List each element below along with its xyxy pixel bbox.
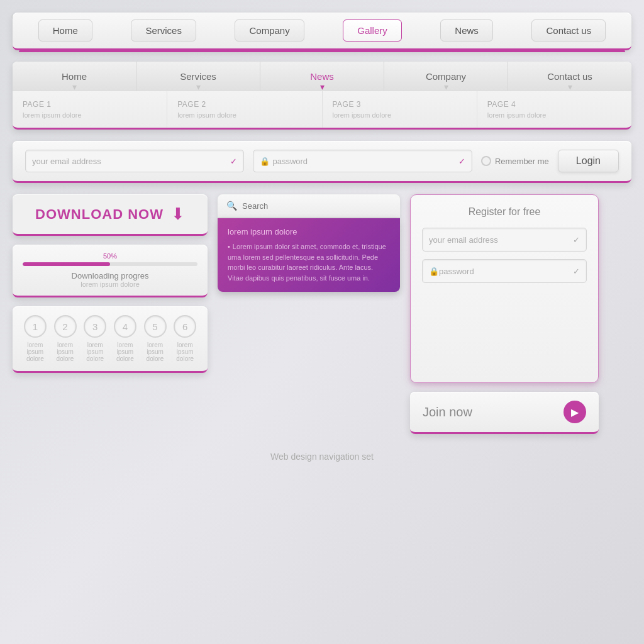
check-icon-2: ✓	[458, 157, 465, 166]
tooltip-box: lorem ipsum dolore •Lorem ipsum dolor si…	[218, 218, 400, 292]
step-6[interactable]: 6 lorem ipsum dolore	[172, 315, 197, 362]
download-button[interactable]: DOWNLOAD NOW ⬇	[13, 194, 208, 236]
steps-row: 1 lorem ipsum dolore 2 lorem ipsum dolor…	[23, 315, 197, 362]
step-label-3: lorem ipsum dolore	[82, 341, 108, 362]
download-icon: ⬇	[171, 204, 185, 224]
page-1-desc: lorem ipsum dolore	[23, 111, 157, 119]
tab-services[interactable]: Services	[136, 62, 260, 91]
step-label-1: lorem ipsum dolore	[23, 341, 48, 362]
tooltip-title: lorem ipsum dolore	[228, 227, 390, 236]
step-circle-1: 1	[24, 315, 47, 338]
register-box: Register for free your email address ✓ 🔒…	[410, 194, 599, 383]
login-button[interactable]: Login	[558, 150, 619, 172]
register-password-placeholder: password	[439, 267, 474, 276]
left-column: DOWNLOAD NOW ⬇ 50% Downloading progres l…	[13, 194, 208, 373]
nav-page-1[interactable]: PAGE 1 lorem ipsum dolore	[13, 91, 167, 128]
join-arrow-icon: ▶	[564, 401, 586, 423]
remember-me[interactable]: Remember me	[481, 156, 549, 166]
step-circle-2: 2	[54, 315, 77, 338]
page-4-desc: lorem ipsum dolore	[487, 111, 621, 119]
progress-percent-label: 50%	[23, 252, 197, 260]
register-title: Register for free	[422, 206, 587, 218]
progress-track	[23, 262, 197, 266]
search-input[interactable]	[242, 201, 391, 211]
step-label-4: lorem ipsum dolore	[113, 341, 138, 362]
nav-news[interactable]: News	[440, 19, 493, 42]
page-4-title: PAGE 4	[487, 100, 621, 109]
page-footer: Web design navigation set	[13, 452, 631, 468]
page-3-title: PAGE 3	[333, 100, 467, 109]
page-wrapper: depositphotos depositphotos Home Service…	[0, 0, 644, 644]
tab-contact[interactable]: Contact us	[508, 62, 631, 91]
page-1-title: PAGE 1	[23, 100, 157, 109]
step-label-2: lorem ipsum dolore	[53, 341, 78, 362]
download-label: DOWNLOAD NOW	[35, 206, 164, 223]
bottom-row: DOWNLOAD NOW ⬇ 50% Downloading progres l…	[13, 194, 631, 434]
step-5[interactable]: 5 lorem ipsum dolore	[143, 315, 168, 362]
progress-box: 50% Downloading progres lorem ipsum dolo…	[13, 245, 208, 297]
nav-company[interactable]: Company	[235, 19, 304, 42]
step-4[interactable]: 4 lorem ipsum dolore	[113, 315, 138, 362]
register-check-icon: ✓	[573, 235, 580, 245]
step-3[interactable]: 3 lorem ipsum dolore	[82, 315, 108, 362]
nav-services[interactable]: Services	[131, 19, 196, 42]
tooltip-text: •Lorem ipsum dolor sit amet, commodo et,…	[228, 242, 390, 283]
nav-pages-row: PAGE 1 lorem ipsum dolore PAGE 2 lorem i…	[13, 91, 631, 128]
nav-contact[interactable]: Contact us	[531, 19, 606, 42]
email-placeholder: your email address	[32, 157, 101, 166]
password-input[interactable]: 🔒 password ✓	[253, 150, 472, 172]
tab-home[interactable]: Home	[13, 62, 136, 91]
search-bar: 🔍	[218, 194, 400, 218]
check-icon: ✓	[230, 157, 237, 166]
nav-page-4[interactable]: PAGE 4 lorem ipsum dolore	[477, 91, 631, 128]
join-label: Join now	[423, 405, 472, 419]
register-lock-icon: 🔒	[429, 267, 439, 276]
step-label-5: lorem ipsum dolore	[143, 341, 168, 362]
login-bar: your email address ✓ 🔒 password ✓ Rememb…	[13, 141, 631, 183]
steps-nav: 1 lorem ipsum dolore 2 lorem ipsum dolor…	[13, 306, 208, 373]
step-1[interactable]: 1 lorem ipsum dolore	[23, 315, 48, 362]
nav-page-3[interactable]: PAGE 3 lorem ipsum dolore	[323, 91, 477, 128]
progress-fill	[23, 262, 110, 266]
nav-gallery[interactable]: Gallery	[343, 19, 402, 42]
register-email-placeholder: your email address	[429, 235, 498, 245]
radio-circle	[481, 156, 491, 166]
tab-company[interactable]: Company	[384, 62, 508, 91]
tab-news[interactable]: News	[260, 62, 384, 91]
remember-label: Remember me	[495, 157, 549, 166]
search-icon: 🔍	[226, 201, 237, 211]
step-2[interactable]: 2 lorem ipsum dolore	[53, 315, 78, 362]
join-button[interactable]: Join now ▶	[410, 392, 599, 434]
step-circle-3: 3	[84, 315, 106, 338]
nav-home[interactable]: Home	[38, 19, 92, 42]
register-password-input[interactable]: 🔒 password ✓	[422, 259, 587, 283]
register-email-input[interactable]: your email address ✓	[422, 228, 587, 252]
register-section: Register for free your email address ✓ 🔒…	[410, 194, 599, 434]
lock-icon: 🔒	[260, 157, 270, 166]
progress-sub: lorem ipsum dolore	[23, 280, 197, 288]
step-label-6: lorem ipsum dolore	[172, 341, 197, 362]
page-3-desc: lorem ipsum dolore	[333, 111, 467, 119]
page-2-desc: lorem ipsum dolore	[177, 111, 311, 119]
register-check-icon-2: ✓	[573, 267, 580, 276]
step-circle-4: 4	[114, 315, 136, 338]
search-tooltip-section: 🔍 lorem ipsum dolore •Lorem ipsum dolor …	[218, 194, 400, 292]
progress-status: Downloading progres	[23, 271, 197, 280]
nav-bar-1: Home Services Company Gallery News Conta…	[13, 13, 631, 50]
nav-bar-2: Home Services News Company Contact us PA…	[13, 62, 631, 130]
page-2-title: PAGE 2	[177, 100, 311, 109]
step-circle-6: 6	[174, 315, 196, 338]
nav-tabs-row: Home Services News Company Contact us	[13, 62, 631, 91]
password-placeholder: password	[272, 157, 308, 166]
email-input[interactable]: your email address ✓	[25, 150, 244, 172]
nav-page-2[interactable]: PAGE 2 lorem ipsum dolore	[167, 91, 322, 128]
step-circle-5: 5	[144, 315, 167, 338]
